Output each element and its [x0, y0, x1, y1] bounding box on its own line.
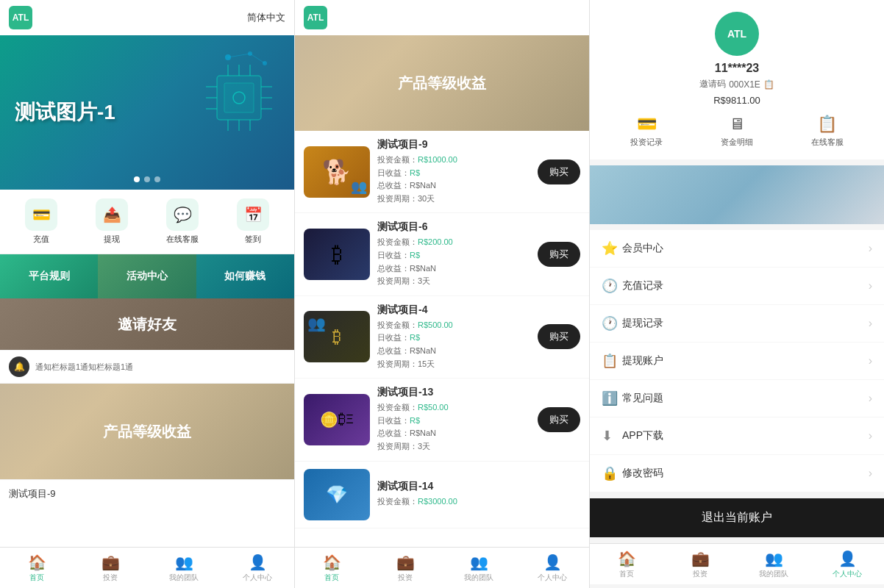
- right-profile-label: 个人中心: [833, 569, 862, 579]
- fund-detail-label: 资金明细: [721, 137, 753, 148]
- withdraw-account-label: 提现账户: [622, 354, 869, 368]
- customer-service-icon: 💬: [166, 198, 199, 231]
- nav-home[interactable]: 🏠 首页: [0, 548, 74, 588]
- mid-nav-profile[interactable]: 👤 个人中心: [516, 548, 589, 588]
- copy-icon[interactable]: 📋: [763, 79, 774, 90]
- withdraw-record-icon: 🕐: [602, 315, 622, 331]
- product-item-14: 💎 测试项目-14 投资金额：R$3000.00: [295, 462, 589, 528]
- buy-button-13[interactable]: 购买: [538, 407, 580, 432]
- product-item-4: 👥 ₿ 测试项目-4 投资金额：R$500.00 日收益：R$ 总收益：R$Na…: [295, 296, 589, 379]
- recharge-record-arrow: ›: [869, 279, 872, 293]
- right-nav-home[interactable]: 🏠 首页: [590, 544, 663, 584]
- invest-record-button[interactable]: 💳 投资记录: [630, 115, 663, 148]
- product-thumb-bitcoin: ₿: [304, 229, 370, 280]
- promo-banner: [590, 165, 884, 224]
- online-service-icon: 📋: [817, 115, 837, 134]
- activity-center-button[interactable]: 活动中心: [98, 254, 196, 298]
- team-icon: 👥: [175, 553, 193, 571]
- recharge-record-item[interactable]: 🕐 充值记录 ›: [590, 268, 884, 305]
- product-item-9: 🐕 👥 测试项目-9 投资金额：R$1000.00 日收益：R$ 总收益：R$N…: [295, 131, 589, 213]
- customer-service-button[interactable]: 💬 在线客服: [166, 198, 199, 245]
- right-profile-icon: 👤: [838, 550, 857, 567]
- dot-1: [134, 176, 140, 182]
- right-panel: ATL 11****23 邀请码 000X1E 📋 R$9811.00 💳 投资…: [590, 0, 884, 588]
- withdraw-account-arrow: ›: [869, 354, 872, 368]
- withdraw-account-item[interactable]: 📋 提现账户 ›: [590, 343, 884, 380]
- product-info-14: 测试项目-14 投资金额：R$3000.00: [377, 480, 580, 509]
- nav-invest[interactable]: 💼 投资: [74, 548, 147, 588]
- svg-line-18: [228, 54, 250, 57]
- product-name-4: 测试项目-4: [377, 304, 530, 317]
- mid-bottom-nav: 🏠 首页 💼 投资 👥 我的团队 👤 个人中心: [295, 547, 589, 588]
- faq-item[interactable]: ℹ️ 常见问题 ›: [590, 380, 884, 417]
- home-icon: 🏠: [28, 553, 46, 571]
- buy-button-4[interactable]: 购买: [538, 324, 580, 349]
- buy-button-6[interactable]: 购买: [538, 242, 580, 267]
- left-header: ATL 简体中文: [0, 0, 294, 35]
- middle-panel: ATL 产品等级收益 🐕 👥 测试项目-9 投资金额：R$1000.00 日收益…: [295, 0, 590, 588]
- invite-friends-label: 邀请好友: [118, 315, 177, 334]
- withdraw-button[interactable]: 📤 提现: [96, 198, 128, 245]
- right-nav-team[interactable]: 👥 我的团队: [737, 544, 810, 584]
- product-thumb-dogecoin: 🐕 👥: [304, 146, 370, 198]
- product-detail-6: 投资金额：R$200.00 日收益：R$ 总收益：R$NaN 投资周期：3天: [377, 236, 530, 287]
- bottom-product-item[interactable]: 测试项目-9: [0, 479, 294, 508]
- checkin-button[interactable]: 📅 签到: [237, 198, 269, 245]
- product-info-13: 测试项目-13 投资金额：R$50.00 日收益：R$ 总收益：R$NaN 投资…: [377, 386, 530, 453]
- notification-bar: 🔔 通知栏标题1通知栏标题1通: [0, 350, 294, 384]
- product-name-13: 测试项目-13: [377, 386, 530, 399]
- mid-banner-label: 产品等级收益: [398, 74, 486, 93]
- withdraw-record-item[interactable]: 🕐 提现记录 ›: [590, 305, 884, 343]
- product-thumb-blue: 💎: [304, 469, 370, 520]
- mid-nav-home[interactable]: 🏠 首页: [295, 548, 368, 588]
- change-password-item[interactable]: 🔒 修改密码 ›: [590, 455, 884, 492]
- member-center-arrow: ›: [869, 242, 872, 255]
- checkin-label: 签到: [245, 234, 261, 245]
- mid-atl-logo: ATL: [304, 6, 327, 29]
- right-nav-profile[interactable]: 👤 个人中心: [810, 544, 884, 584]
- bottom-product-name: 测试项目-9: [9, 488, 56, 499]
- profile-avatar: ATL: [715, 12, 759, 56]
- online-service-button[interactable]: 📋 在线客服: [811, 115, 844, 148]
- how-to-earn-button[interactable]: 如何赚钱: [196, 254, 294, 298]
- invest-label: 投资: [103, 573, 118, 583]
- member-center-item[interactable]: ⭐ 会员中心 ›: [590, 230, 884, 268]
- left-banner: 测试图片-1: [0, 35, 294, 190]
- right-home-icon: 🏠: [618, 550, 636, 567]
- invite-code-value: 000X1E: [729, 79, 760, 90]
- recharge-label: 充值: [33, 234, 49, 245]
- online-service-label: 在线客服: [811, 137, 844, 148]
- dot-2: [144, 176, 150, 182]
- fund-detail-button[interactable]: 🖥 资金明细: [721, 115, 753, 148]
- mid-profile-icon: 👤: [543, 553, 562, 571]
- right-nav-invest[interactable]: 💼 投资: [663, 544, 737, 584]
- platform-rules-button[interactable]: 平台规则: [0, 254, 98, 298]
- app-download-arrow: ›: [869, 429, 872, 442]
- product-info-9: 测试项目-9 投资金额：R$1000.00 日收益：R$ 总收益：R$NaN 投…: [377, 138, 530, 205]
- product-info-6: 测试项目-6 投资金额：R$200.00 日收益：R$ 总收益：R$NaN 投资…: [377, 220, 530, 287]
- product-detail-13: 投资金额：R$50.00 日收益：R$ 总收益：R$NaN 投资周期：3天: [377, 401, 530, 453]
- product-detail-4: 投资金额：R$500.00 日收益：R$ 总收益：R$NaN 投资周期：15天: [377, 319, 530, 370]
- chip-decoration: [191, 50, 287, 146]
- right-bottom-nav: 🏠 首页 💼 投资 👥 我的团队 👤 个人中心: [590, 543, 884, 584]
- team-label: 我的团队: [169, 573, 199, 583]
- mid-nav-invest[interactable]: 💼 投资: [368, 548, 442, 588]
- language-selector[interactable]: 简体中文: [247, 11, 285, 24]
- logout-button[interactable]: 退出当前账户: [590, 498, 884, 537]
- notification-text: 通知栏标题1通知栏标题1通: [35, 362, 133, 373]
- invite-friends-banner[interactable]: 邀请好友: [0, 298, 294, 350]
- recharge-record-icon: 🕐: [602, 278, 622, 294]
- recharge-button[interactable]: 💳 充值: [25, 198, 57, 245]
- change-password-label: 修改密码: [622, 467, 869, 480]
- product-banner-left: 产品等级收益: [0, 384, 294, 479]
- recharge-record-label: 充值记录: [622, 279, 869, 293]
- nav-team[interactable]: 👥 我的团队: [147, 548, 221, 588]
- faq-arrow: ›: [869, 392, 872, 405]
- buy-button-9[interactable]: 购买: [538, 159, 580, 184]
- nav-profile[interactable]: 👤 个人中心: [221, 548, 294, 588]
- quick-icons-row: 💳 充值 📤 提现 💬 在线客服 📅 签到: [0, 190, 294, 254]
- app-download-item[interactable]: ⬇ APP下载 ›: [590, 417, 884, 455]
- mid-nav-team[interactable]: 👥 我的团队: [442, 548, 516, 588]
- product-item-13: 🪙₿Ξ 测试项目-13 投资金额：R$50.00 日收益：R$ 总收益：R$Na…: [295, 379, 589, 461]
- invest-icon: 💼: [101, 553, 120, 571]
